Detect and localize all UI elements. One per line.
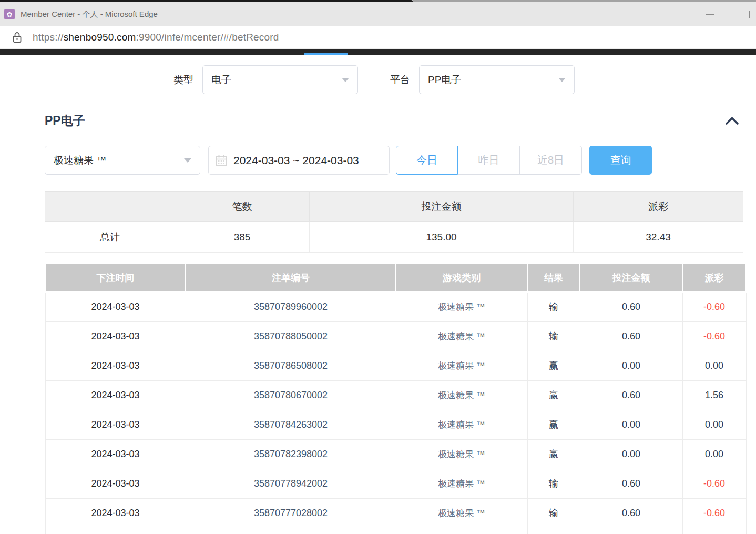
payout-cell: -0.60 [682, 321, 746, 351]
date-range-input[interactable]: 2024-03-03 ~ 2024-03-03 [208, 146, 390, 175]
type-select-value: 电子 [211, 73, 231, 87]
header-payout: 派彩 [682, 264, 746, 292]
section-title: PP电子 [45, 113, 85, 129]
result-cell: 输 [527, 498, 580, 528]
bet-id-cell: 35870780670002 [186, 380, 396, 410]
search-button[interactable]: 查询 [589, 146, 652, 175]
table-row: 2024-03-03 35870786508002 极速糖果 ™ 赢 0.00 … [45, 351, 746, 380]
game-category-cell: 极速糖果 ™ [396, 292, 527, 321]
summary-header-row: 笔数 投注金额 派彩 [45, 192, 743, 222]
summary-header-bet-amount: 投注金额 [310, 192, 574, 222]
result-cell: 输 [527, 292, 580, 321]
url-text[interactable]: https://shenbo950.com:9900/infe/mcenter/… [33, 32, 279, 43]
summary-header-payout: 派彩 [574, 192, 743, 222]
result-cell: 赢 [527, 380, 580, 410]
header-game-category: 游戏类别 [396, 264, 527, 292]
result-cell: 输 [527, 321, 580, 351]
section-header: PP电子 [45, 113, 745, 128]
window-top-edge [0, 0, 756, 2]
window-top-edge-light [413, 0, 756, 2]
bet-time-cell: 2024-03-03 [45, 351, 186, 380]
url-domain: shenbo950.com [64, 32, 136, 43]
controls-row: 极速糖果 ™ 2024-03-03 ~ 2024-03-03 今日 [45, 146, 745, 175]
platform-label: 平台 [390, 73, 410, 87]
summary-header-empty [45, 192, 175, 222]
header-result: 结果 [527, 264, 580, 292]
payout-cell: 0.00 [682, 410, 746, 439]
chevron-down-icon [342, 78, 349, 82]
chevron-down-icon [184, 158, 191, 163]
result-cell: 输 [527, 469, 580, 498]
game-category-cell: 极速糖果 ™ [396, 469, 527, 498]
bet-amount-cell: 0.60 [580, 469, 682, 498]
bet-id-cell: 35870786508002 [186, 351, 396, 380]
chevron-down-icon [558, 78, 566, 82]
summary-header-count: 笔数 [175, 192, 310, 222]
table-row: 2024-03-03 35870784263002 极速糖果 ™ 赢 0.00 … [45, 410, 746, 439]
table-row: 2024-03-03 35870788050002 极速糖果 ™ 输 0.60 … [45, 321, 746, 351]
header-bet-id: 注单编号 [186, 264, 396, 292]
game-category-cell: 极速糖果 ™ [396, 498, 527, 528]
summary-table: 笔数 投注金额 派彩 总计 385 135.00 32.43 [45, 191, 743, 253]
minimize-icon[interactable] [706, 14, 714, 15]
table-row: 2024-03-03 35870789960002 极速糖果 ™ 输 0.60 … [45, 292, 746, 321]
bet-time-cell: 2024-03-03 [45, 410, 186, 439]
game-select-value: 极速糖果 ™ [54, 154, 106, 167]
payout-cell: 0.00 [682, 351, 746, 380]
bet-record-section: PP电子 极速糖果 ™ [45, 113, 745, 534]
result-cell: 赢 [527, 410, 580, 439]
platform-select-value: PP电子 [428, 73, 461, 87]
lock-icon[interactable] [13, 32, 22, 43]
summary-total-label: 总计 [45, 222, 175, 253]
game-category-cell: 极速糖果 ™ [396, 321, 527, 351]
bet-id-cell: 35870782398002 [186, 439, 396, 469]
window-title: Member Center - 个人 - Microsoft Edge [21, 9, 158, 19]
game-select[interactable]: 极速糖果 ™ [45, 146, 200, 175]
site-nav-bar [0, 49, 756, 55]
platform-select[interactable]: PP电子 [419, 65, 575, 94]
date-range-value: 2024-03-03 ~ 2024-03-03 [233, 154, 359, 167]
bet-time-cell: 2024-03-03 [45, 380, 186, 410]
collapse-section-button[interactable] [725, 116, 745, 125]
type-select[interactable]: 电子 [202, 65, 358, 94]
calendar-icon [216, 154, 227, 167]
window-controls [706, 11, 751, 18]
active-tab-indicator [304, 53, 348, 55]
payout-cell: 0.00 [682, 439, 746, 469]
last-8-days-button[interactable]: 近8日 [520, 146, 582, 175]
game-category-cell: 极速糖果 ™ [396, 380, 527, 410]
bet-amount-cell: 0.00 [580, 410, 682, 439]
bet-id-cell: 35870788050002 [186, 321, 396, 351]
summary-count-value: 385 [175, 222, 310, 253]
bet-table-header-row: 下注时间 注单编号 游戏类别 结果 投注金额 派彩 [45, 264, 746, 292]
payout-cell: -0.60 [682, 292, 746, 321]
bet-time-cell: 2024-03-03 [45, 321, 186, 351]
result-cell: 赢 [527, 351, 580, 380]
bet-amount-cell: 0.00 [580, 351, 682, 380]
yesterday-button[interactable]: 昨日 [458, 146, 520, 175]
game-category-cell: 极速糖果 ™ [396, 351, 527, 380]
type-label: 类型 [173, 73, 193, 87]
payout-cell: 1.56 [682, 380, 746, 410]
quick-date-group: 今日 昨日 近8日 [396, 146, 582, 175]
maximize-icon[interactable] [742, 11, 750, 18]
bet-amount-cell: 0.00 [580, 439, 682, 469]
filter-row: 类型 电子 平台 PP电子 [173, 65, 756, 94]
result-cell: 赢 [527, 439, 580, 469]
chevron-up-icon [725, 116, 739, 125]
header-bet-amount: 投注金额 [580, 264, 682, 292]
bet-time-cell: 2024-03-03 [45, 498, 186, 528]
bet-amount-cell: 0.60 [580, 321, 682, 351]
bet-table-body: 2024-03-03 35870789960002 极速糖果 ™ 输 0.60 … [45, 292, 746, 534]
window-top-edge-dark [0, 0, 413, 2]
summary-total-row: 总计 385 135.00 32.43 [45, 222, 743, 253]
bet-time-cell: 2024-03-03 [45, 439, 186, 469]
address-bar[interactable]: https://shenbo950.com:9900/infe/mcenter/… [0, 26, 756, 49]
today-button[interactable]: 今日 [396, 146, 458, 175]
bet-id-cell: 35870777028002 [186, 498, 396, 528]
table-row-partial [45, 528, 746, 534]
payout-cell: -0.60 [682, 469, 746, 498]
header-bet-time: 下注时间 [45, 264, 186, 292]
bet-time-cell: 2024-03-03 [45, 469, 186, 498]
table-row: 2024-03-03 35870780670002 极速糖果 ™ 赢 0.60 … [45, 380, 746, 410]
